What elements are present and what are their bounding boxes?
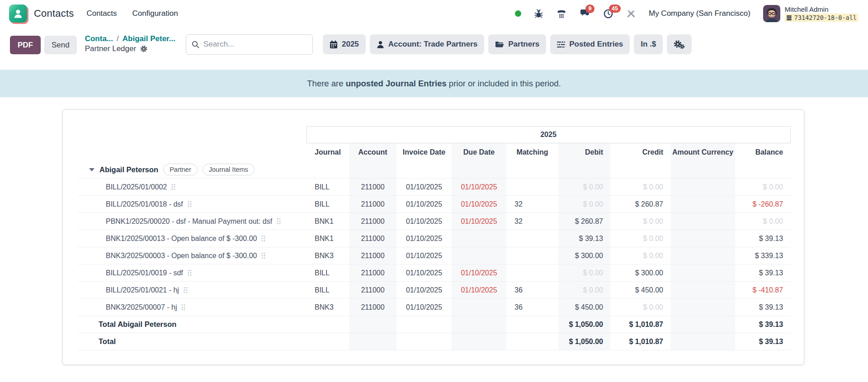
- cell-debit[interactable]: $ 39.13: [558, 230, 610, 247]
- cell-due-date[interactable]: 01/10/2025: [452, 196, 506, 213]
- cell-matching[interactable]: [506, 247, 558, 264]
- cell-matching[interactable]: 32: [506, 196, 558, 213]
- row-options-icon[interactable]: [261, 252, 265, 259]
- search-input[interactable]: [203, 40, 307, 49]
- filter-posted-entries[interactable]: Posted Entries: [550, 34, 630, 54]
- cell-account[interactable]: 211000: [349, 299, 396, 316]
- cell-debit[interactable]: $ 0.00: [558, 179, 610, 196]
- row-options-icon[interactable]: [171, 184, 175, 190]
- cell-debit[interactable]: $ 260.87: [558, 213, 610, 230]
- move-line-name[interactable]: BILL/2025/01/0021 - hj: [106, 286, 179, 294]
- collapse-caret-icon[interactable]: [89, 168, 94, 171]
- cell-amount-currency[interactable]: [670, 179, 735, 196]
- row-options-icon[interactable]: [181, 304, 185, 311]
- cell-invoice-date[interactable]: 01/10/2025: [396, 213, 452, 230]
- cell-matching[interactable]: [506, 230, 558, 247]
- breadcrumb-partner-link[interactable]: Abigail Peter...: [123, 34, 175, 43]
- row-options-icon[interactable]: [188, 269, 192, 276]
- cell-invoice-date[interactable]: 01/10/2025: [396, 247, 452, 264]
- cell-amount-currency[interactable]: [670, 264, 735, 282]
- cell-balance[interactable]: $ 39.13: [735, 264, 790, 282]
- move-line-name[interactable]: BILL/2025/01/0018 - dsf: [106, 200, 183, 208]
- cell-debit[interactable]: $ 0.00: [558, 282, 610, 299]
- cell-journal[interactable]: BILL: [307, 282, 349, 299]
- cell-amount-currency[interactable]: [670, 247, 735, 264]
- send-button[interactable]: Send: [44, 36, 77, 54]
- cell-credit[interactable]: $ 260.87: [610, 196, 670, 213]
- cell-amount-currency[interactable]: [670, 282, 735, 299]
- cell-balance[interactable]: $ -260.87: [735, 196, 790, 213]
- tools-wrench-icon[interactable]: [626, 9, 636, 19]
- move-line-name[interactable]: PBNK1/2025/00020 - dsf - Manual Payment …: [106, 217, 272, 226]
- cell-due-date[interactable]: 01/10/2025: [452, 213, 506, 230]
- cell-journal[interactable]: BILL: [307, 264, 349, 282]
- cell-credit[interactable]: $ 450.00: [610, 282, 670, 299]
- cell-account[interactable]: 211000: [349, 179, 396, 196]
- cell-debit[interactable]: $ 450.00: [558, 299, 610, 316]
- cell-credit[interactable]: $ 0.00: [610, 213, 670, 230]
- messages-chat-icon[interactable]: 9: [580, 9, 590, 19]
- move-line-name[interactable]: BNK3/2025/00003 - Open balance of $ -300…: [106, 252, 257, 260]
- cell-credit[interactable]: $ 0.00: [610, 179, 670, 196]
- cell-journal[interactable]: BNK3: [307, 247, 349, 264]
- filter-account-trade-partners[interactable]: Account: Trade Partners: [370, 34, 484, 54]
- debug-bug-icon[interactable]: [534, 9, 543, 19]
- cell-matching[interactable]: [506, 264, 558, 282]
- report-options-button[interactable]: [667, 34, 692, 54]
- cell-due-date[interactable]: [452, 247, 506, 264]
- cell-matching[interactable]: 36: [506, 282, 558, 299]
- filter-currency[interactable]: In .$: [634, 34, 663, 54]
- presence-indicator[interactable]: [515, 10, 521, 17]
- cell-invoice-date[interactable]: 01/10/2025: [396, 230, 452, 247]
- cell-amount-currency[interactable]: [670, 299, 735, 316]
- cell-due-date[interactable]: 01/10/2025: [452, 179, 506, 196]
- cell-invoice-date[interactable]: 01/10/2025: [396, 264, 452, 282]
- cell-credit[interactable]: $ 0.00: [610, 247, 670, 264]
- cell-balance[interactable]: $ 39.13: [735, 299, 790, 316]
- move-line-name[interactable]: BNK1/2025/00013 - Open balance of $ -300…: [106, 235, 257, 243]
- menu-contacts[interactable]: Contacts: [86, 9, 117, 18]
- journal-items-pill-button[interactable]: Journal Items: [203, 164, 255, 175]
- cell-credit[interactable]: $ 300.00: [610, 264, 670, 282]
- user-menu[interactable]: Mitchell Admin 73142720-18-0-all: [763, 5, 858, 22]
- breadcrumb-contacts-link[interactable]: Conta...: [85, 34, 113, 43]
- row-options-icon[interactable]: [188, 201, 192, 208]
- app-switcher[interactable]: Contacts: [9, 5, 74, 23]
- cell-debit[interactable]: $ 0.00: [558, 196, 610, 213]
- cell-balance[interactable]: $ 0.00: [735, 213, 790, 230]
- cell-amount-currency[interactable]: [670, 196, 735, 213]
- report-settings-gear-icon[interactable]: [140, 45, 147, 52]
- cell-journal[interactable]: BNK1: [307, 213, 349, 230]
- cell-account[interactable]: 211000: [349, 247, 396, 264]
- voip-phone-icon[interactable]: [556, 9, 567, 19]
- cell-matching[interactable]: [506, 179, 558, 196]
- cell-debit[interactable]: $ 300.00: [558, 247, 610, 264]
- cell-balance[interactable]: $ 39.13: [735, 230, 790, 247]
- cell-account[interactable]: 211000: [349, 213, 396, 230]
- cell-due-date[interactable]: 01/10/2025: [452, 264, 506, 282]
- cell-debit[interactable]: $ 0.00: [558, 264, 610, 282]
- row-options-icon[interactable]: [261, 235, 265, 242]
- partner-pill-button[interactable]: Partner: [163, 164, 198, 175]
- cell-due-date[interactable]: 01/10/2025: [452, 282, 506, 299]
- cell-account[interactable]: 211000: [349, 282, 396, 299]
- cell-matching[interactable]: 32: [506, 213, 558, 230]
- activities-clock-icon[interactable]: 45: [603, 9, 613, 19]
- cell-account[interactable]: 211000: [349, 196, 396, 213]
- cell-balance[interactable]: $ -410.87: [735, 282, 790, 299]
- cell-journal[interactable]: BILL: [307, 196, 349, 213]
- cell-credit[interactable]: $ 0.00: [610, 230, 670, 247]
- cell-matching[interactable]: 36: [506, 299, 558, 316]
- pdf-button[interactable]: PDF: [10, 36, 41, 54]
- cell-amount-currency[interactable]: [670, 213, 735, 230]
- filter-date-2025[interactable]: 2025: [323, 34, 366, 54]
- cell-balance[interactable]: $ 339.13: [735, 247, 790, 264]
- cell-journal[interactable]: BNK3: [307, 299, 349, 316]
- cell-invoice-date[interactable]: 01/10/2025: [396, 299, 452, 316]
- cell-due-date[interactable]: [452, 299, 506, 316]
- cell-invoice-date[interactable]: 01/10/2025: [396, 179, 452, 196]
- move-line-name[interactable]: BILL/2025/01/0002: [106, 183, 167, 191]
- cell-account[interactable]: 211000: [349, 264, 396, 282]
- cell-account[interactable]: 211000: [349, 230, 396, 247]
- filter-partners[interactable]: Partners: [488, 34, 546, 54]
